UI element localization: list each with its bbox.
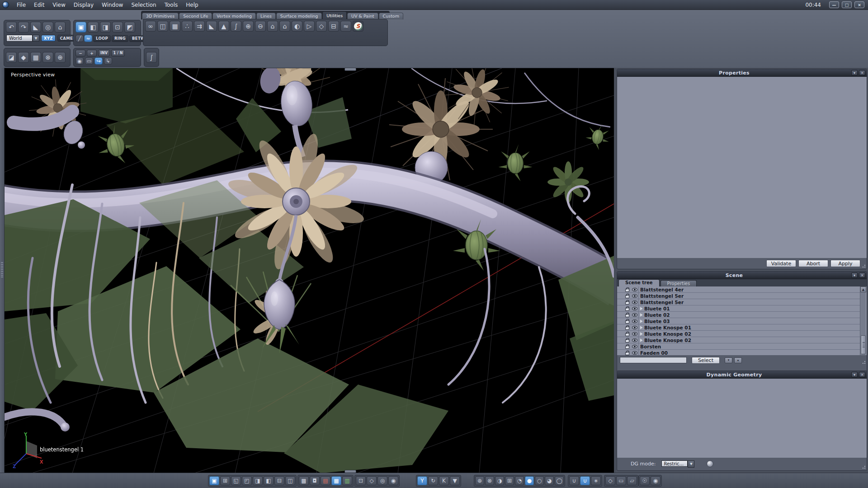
textured-icon[interactable]: ◕ xyxy=(545,476,554,485)
visibility-eye-icon[interactable] xyxy=(632,307,637,310)
sweep-cubes-icon[interactable]: ⇉ xyxy=(194,21,205,32)
ghost-fan-icon[interactable]: ▱ xyxy=(627,476,637,485)
loop-extend-icon[interactable]: ↪ xyxy=(94,57,103,65)
s-logo-icon[interactable]: S xyxy=(353,21,363,32)
lock-toggle-icon[interactable] xyxy=(625,346,629,349)
zoom-region-icon[interactable]: ◎ xyxy=(377,476,387,485)
menu-item-display[interactable]: Display xyxy=(70,0,98,10)
visibility-eye-icon[interactable] xyxy=(632,345,637,348)
wire-sphere-plus-icon[interactable]: ⊕ xyxy=(55,52,66,63)
step-extend-icon[interactable]: ↳ xyxy=(104,57,112,65)
select-point-mode-icon[interactable]: ⊡ xyxy=(112,22,123,33)
ghost-snap-tool-icon[interactable]: ⌂ xyxy=(55,22,66,33)
scene-tree-row[interactable]: Faeden 00 xyxy=(617,350,860,355)
plane-arrow-icon[interactable]: ▷ xyxy=(304,21,315,32)
ghost-cube-icon[interactable]: ◇ xyxy=(605,476,615,485)
minimize-button[interactable]: — xyxy=(829,1,839,8)
eraser-plane-icon[interactable]: ◪ xyxy=(6,52,17,63)
dg-mode-arrow-icon[interactable]: ▼ xyxy=(688,460,694,468)
expand-arrow-icon[interactable] xyxy=(640,332,643,336)
scene-close-icon[interactable]: × xyxy=(859,272,865,278)
hidden-line-icon[interactable]: ◔ xyxy=(515,476,524,485)
wire-globe-icon[interactable]: ⊕ xyxy=(475,476,484,485)
boolean-cubes-icon[interactable]: ◫ xyxy=(157,21,168,32)
fit-view-icon[interactable]: ⊡ xyxy=(356,476,366,485)
patch-globe-icon[interactable]: ⊞ xyxy=(505,476,514,485)
chain-closed-icon[interactable]: ⊕ xyxy=(243,21,254,32)
camera-snapshot-icon[interactable]: ◉ xyxy=(651,476,660,485)
cone-tool-icon[interactable]: ◣ xyxy=(30,22,41,33)
scene-tab-scene-tree[interactable]: Scene tree xyxy=(618,279,660,286)
viewport-splitter-top[interactable] xyxy=(344,68,356,71)
scroll-up-button[interactable]: ▲ xyxy=(860,286,866,292)
chain-open-icon[interactable]: ⊖ xyxy=(255,21,266,32)
visibility-eye-icon[interactable] xyxy=(632,351,637,355)
lock-icon[interactable]: ◘ xyxy=(310,476,320,485)
properties-panel-header[interactable]: Properties ▾ × xyxy=(617,69,867,77)
scene-tree-row[interactable]: Blattstengel 4er xyxy=(617,286,860,293)
bend-arrow-tool-icon[interactable]: ↶ xyxy=(6,22,17,33)
properties-collapse-icon[interactable]: ▾ xyxy=(851,70,858,75)
grid-z-axis-icon[interactable]: ▥ xyxy=(342,476,352,485)
loop-select-button[interactable]: LOOP xyxy=(93,35,111,42)
properties-close-icon[interactable]: × xyxy=(859,70,865,75)
pan-view-icon[interactable]: ◇ xyxy=(367,476,377,485)
dg-mode-select[interactable]: Restric... ▼ xyxy=(661,460,694,468)
tab-3d-primitives[interactable]: 3D Primitives xyxy=(142,13,179,19)
scene-collapse-icon[interactable]: ▾ xyxy=(851,272,858,278)
lock-toggle-icon[interactable] xyxy=(625,308,629,311)
dynamic-geometry-header[interactable]: Dynamic Geometry ▾ × xyxy=(617,371,867,379)
layout-rows-icon[interactable]: ⊟ xyxy=(274,476,284,485)
tab-surface-modeling[interactable]: Surface modeling xyxy=(276,13,322,19)
select-button[interactable]: Select xyxy=(692,357,720,364)
scene-tab-properties[interactable]: Properties xyxy=(660,280,697,286)
dyngeo-collapse-icon[interactable]: ▾ xyxy=(851,372,858,377)
smoothing-low-icon[interactable]: ∪ xyxy=(569,476,579,485)
menu-item-view[interactable]: View xyxy=(48,0,69,10)
properties-resize-grip[interactable] xyxy=(861,263,866,268)
scene-panel-header[interactable]: Scene ▾ × xyxy=(617,272,867,279)
ghost-cylinder-icon[interactable]: ▭ xyxy=(616,476,626,485)
expand-arrow-icon[interactable] xyxy=(640,326,643,329)
lock-toggle-icon[interactable] xyxy=(625,320,629,324)
visibility-eye-icon[interactable] xyxy=(632,288,637,291)
visibility-eye-icon[interactable] xyxy=(632,319,637,323)
scene-tree-row[interactable]: Bluete 02 xyxy=(617,312,860,318)
subdivision-icon[interactable]: ∗ xyxy=(591,476,601,485)
menu-item-help[interactable]: Help xyxy=(182,0,202,10)
smoothing-brush-icon[interactable]: ∫ xyxy=(146,52,157,63)
visibility-eye-icon[interactable] xyxy=(632,313,637,317)
lock-toggle-icon[interactable] xyxy=(625,327,629,330)
validate-button[interactable]: Validate xyxy=(766,260,796,267)
lock-toggle-icon[interactable] xyxy=(625,289,629,292)
scale-manipulator-icon[interactable]: K xyxy=(439,476,449,485)
tab-uv-paint[interactable]: UV & Paint xyxy=(347,13,378,19)
wire-sphere-cross-icon[interactable]: ⊗ xyxy=(42,52,53,63)
grid-xy-icon[interactable]: ▦ xyxy=(331,476,341,485)
world-select-value[interactable]: World xyxy=(6,35,33,42)
layout-left-stack-icon[interactable]: ◧ xyxy=(264,476,274,485)
tab-vertex-modeling[interactable]: Vertex modeling xyxy=(212,13,256,19)
scene-tree-row[interactable]: Bluete 01 xyxy=(617,305,860,312)
selection-minus-button[interactable]: − xyxy=(75,50,85,56)
expand-arrow-icon[interactable] xyxy=(640,307,643,310)
curve-arrow-tool-icon[interactable]: ↷ xyxy=(18,22,29,33)
selection-invert-button[interactable]: INV xyxy=(98,50,110,56)
scene-resize-grip[interactable] xyxy=(861,360,866,364)
taper-cone-icon[interactable]: ◣ xyxy=(206,21,217,32)
universal-manipulator-icon[interactable]: Y xyxy=(417,476,427,485)
cylinder-icon[interactable]: ⊟ xyxy=(328,21,339,32)
layout-columns-icon[interactable]: ◫ xyxy=(285,476,295,485)
scene-tree-row[interactable]: Blattstengel 5er xyxy=(617,293,860,299)
layout-split-top-icon[interactable]: ◰ xyxy=(242,476,252,485)
lock-toggle-icon[interactable] xyxy=(625,295,629,298)
scene-tree-row[interactable]: Bluete Knospe 02 xyxy=(617,331,860,337)
scene-tree-scrollbar[interactable]: ▲ xyxy=(860,286,866,355)
lock-toggle-icon[interactable] xyxy=(625,314,629,317)
scene-filter-input[interactable] xyxy=(620,357,687,363)
scene-tree-row[interactable]: Bluete Knospe 01 xyxy=(617,324,860,331)
xyz-toggle-button[interactable]: XYZ xyxy=(41,35,56,42)
ghost-hide-icon[interactable]: ⌂ xyxy=(267,21,278,32)
menu-item-tools[interactable]: Tools xyxy=(160,0,182,10)
wireframe-icon[interactable]: ○ xyxy=(535,476,544,485)
